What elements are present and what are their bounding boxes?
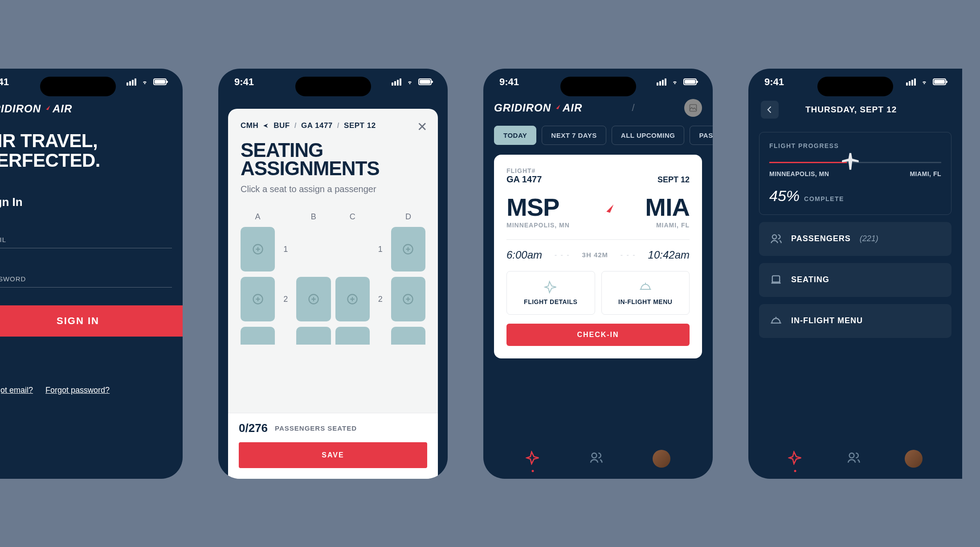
duration: 3H 42M — [582, 251, 608, 259]
progress-bar — [769, 162, 941, 163]
seat-c1-empty — [335, 227, 370, 271]
page-title: THURSDAY, SEPT 12 — [805, 105, 897, 115]
flight-date: SEPT 12 — [657, 175, 690, 185]
svg-point-8 — [772, 234, 776, 239]
seat-a1[interactable] — [241, 227, 275, 271]
status-time: 9:41 — [234, 76, 254, 88]
flight-card: FLIGHT# GA 1477 SEPT 12 MSP MINNEAPOLIS,… — [494, 155, 702, 358]
battery-icon — [683, 78, 697, 85]
notch — [40, 77, 116, 96]
signin-button[interactable]: SIGN IN — [0, 305, 183, 337]
notch — [295, 77, 371, 96]
nav-people[interactable] — [846, 451, 861, 467]
users-icon — [589, 451, 603, 465]
notch — [817, 77, 893, 96]
seating-footer: 0/276 PASSENGERS SEATED SAVE — [228, 413, 438, 479]
nav-people[interactable] — [589, 451, 603, 467]
status-time: 9:41 — [0, 76, 9, 88]
route-plane-icon — [600, 203, 615, 218]
plane-icon — [840, 151, 862, 173]
svg-point-10 — [849, 453, 854, 458]
signin-screen: 9:41 GRIDIRON AIR AIR TRAVEL, PERFECTED.… — [0, 69, 183, 479]
wifi-icon — [405, 78, 415, 86]
plane-small-icon — [263, 123, 269, 129]
seating-item[interactable]: SEATING — [759, 263, 951, 297]
seat-d1[interactable] — [391, 227, 425, 271]
battery-icon — [153, 78, 167, 85]
chip-today[interactable]: TODAY — [494, 126, 536, 145]
email-field[interactable]: EMAIL — [0, 227, 172, 248]
seat-b2[interactable] — [296, 277, 331, 321]
wifi-icon — [670, 78, 680, 86]
plane-icon — [544, 280, 557, 294]
seat-d2[interactable] — [391, 277, 425, 321]
save-button[interactable]: SAVE — [239, 442, 427, 468]
inflight-menu-button[interactable]: IN-FLIGHT MENU — [601, 271, 690, 315]
seat-c2[interactable] — [335, 277, 370, 321]
progress-origin: MINNEAPOLIS, MN — [769, 170, 829, 177]
signal-icon — [657, 78, 666, 86]
percent-complete: 45% — [769, 187, 800, 205]
status-time: 9:41 — [499, 76, 519, 88]
chip-past[interactable]: PAST — [690, 126, 713, 145]
cloche-icon — [770, 315, 782, 327]
chip-all[interactable]: ALL UPCOMING — [612, 126, 685, 145]
bottom-nav — [748, 439, 962, 479]
seat-d3[interactable] — [391, 327, 425, 345]
seated-count: 0/276 — [239, 421, 268, 435]
svg-point-7 — [592, 453, 597, 458]
seat-a3[interactable] — [241, 327, 275, 345]
progress-screen: 9:41 THURSDAY, SEPT 12 FLIGHT PROGRESS M… — [748, 69, 962, 479]
flight-details-button[interactable]: FLIGHT DETAILS — [506, 271, 595, 315]
wifi-icon — [140, 78, 150, 86]
battery-icon — [418, 78, 432, 85]
menu-item[interactable]: IN-FLIGHT MENU — [759, 304, 951, 338]
notch — [560, 77, 636, 96]
seating-sheet: CMH BUF / GA 1477 / SEPT 12 ✕ SEATING AS… — [228, 109, 438, 479]
progress-dest: MIAMI, FL — [910, 170, 941, 177]
seat-b1-empty — [296, 227, 331, 271]
brand-logo: GRIDIRON AIR — [0, 95, 183, 122]
passengers-item[interactable]: PASSENGERS (221) — [759, 222, 951, 256]
battery-icon — [933, 78, 946, 85]
arrival-time: 10:42am — [648, 249, 690, 261]
bottom-nav — [483, 439, 713, 479]
signin-heading: Sign In — [0, 195, 172, 209]
nav-flights[interactable] — [788, 451, 802, 467]
progress-card: FLIGHT PROGRESS MINNEAPOLIS, MN MIAMI, F… — [759, 132, 951, 215]
flight-number: GA 1477 — [506, 174, 542, 185]
checkin-button[interactable]: CHECK-IN — [506, 324, 690, 346]
flights-screen: 9:41 GRIDIRON AIR / TODAY NEXT 7 DAYS AL… — [483, 69, 713, 479]
plane-icon — [788, 451, 802, 465]
users-icon — [846, 451, 861, 465]
password-field[interactable]: PASSWORD — [0, 266, 172, 288]
nav-avatar[interactable] — [905, 450, 923, 468]
seat-columns: ABCD — [241, 212, 425, 222]
departure-time: 6:00am — [506, 249, 542, 261]
sheet-subtitle: Click a seat to assign a passenger — [241, 184, 425, 194]
seat-icon — [770, 274, 782, 286]
arrow-left-icon — [765, 105, 774, 114]
image-placeholder-icon[interactable] — [684, 99, 702, 117]
svg-rect-9 — [772, 276, 780, 282]
chip-next7[interactable]: NEXT 7 DAYS — [542, 126, 606, 145]
wifi-icon — [919, 78, 929, 86]
brand-logo: GRIDIRON AIR — [494, 102, 582, 114]
breadcrumb: CMH BUF / GA 1477 / SEPT 12 — [241, 121, 425, 130]
status-time: 9:41 — [764, 76, 784, 88]
signal-icon — [392, 78, 401, 86]
seat-c3[interactable] — [335, 327, 370, 345]
origin-code: MSP — [506, 193, 570, 222]
forgot-email-link[interactable]: Forgot email? — [0, 386, 33, 395]
back-button[interactable] — [761, 101, 779, 119]
seating-screen: 9:41 CMH BUF / GA 1477 / SEPT 12 ✕ SEATI… — [218, 69, 448, 479]
users-icon — [770, 233, 782, 245]
close-icon[interactable]: ✕ — [417, 119, 427, 134]
seat-b3[interactable] — [296, 327, 331, 345]
plane-arrow-icon — [43, 105, 51, 113]
seat-a2[interactable] — [241, 277, 275, 321]
nav-flights[interactable] — [526, 451, 540, 467]
plane-arrow-icon — [553, 104, 561, 112]
forgot-password-link[interactable]: Forgot password? — [45, 386, 110, 395]
nav-avatar[interactable] — [653, 450, 670, 468]
